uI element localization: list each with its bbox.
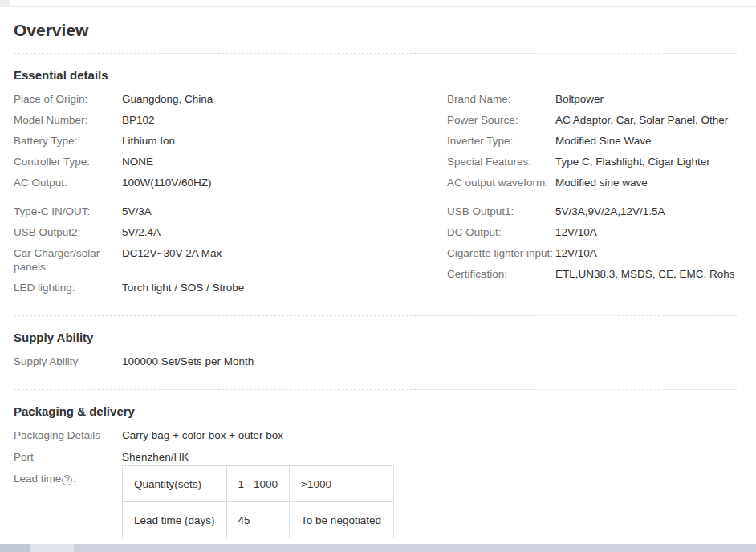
right-border <box>754 6 754 544</box>
field-value: Modified sine wave <box>555 176 737 189</box>
field-value: NONE <box>122 155 447 168</box>
details-column-right: Brand Name: Boltpower Power Source: AC A… <box>447 92 737 197</box>
lead-time-label-text: Lead time <box>14 473 61 485</box>
field-label: Special Features: <box>447 155 555 168</box>
field-label: Car Charger/solar panels: <box>14 246 122 274</box>
field-value: Boltpower <box>555 92 737 106</box>
field-label: Controller Type: <box>14 155 122 168</box>
detail-row: Battery Type: Lithium Ion <box>14 134 447 148</box>
detail-row: LED lighting: Torch light / SOS / Strobe <box>14 281 447 294</box>
field-value: Carry bag + color box + outer box <box>122 428 737 442</box>
packaging-delivery-heading: Packaging & delivery <box>14 404 737 419</box>
details-column-left: Type-C IN/OUT: 5V/3A USB Output2: 5V/2.4… <box>14 205 447 302</box>
field-label: USB Output1: <box>447 205 555 218</box>
field-value: Shenzhen/HK <box>122 450 737 464</box>
field-label: DC Output: <box>447 225 555 239</box>
divider <box>14 53 737 54</box>
field-label: Model Number: <box>14 113 122 127</box>
help-icon[interactable]: ? <box>62 475 72 485</box>
field-value: 5V/3A <box>122 205 447 218</box>
lead-time-row: Lead time?: Quantity(sets) 1 - 1000 >100… <box>14 472 737 538</box>
detail-row: Place of Origin: Guangdong, China <box>14 92 447 106</box>
scrollbar-thumb[interactable] <box>30 544 74 552</box>
field-value: 100W(110V/60HZ) <box>122 176 447 189</box>
field-label: AC output waveform: <box>447 176 555 189</box>
detail-row: Type-C IN/OUT: 5V/3A <box>14 205 447 218</box>
top-border <box>0 6 756 7</box>
lead-time-table: Quantity(sets) 1 - 1000 >1000 Lead time … <box>122 465 394 538</box>
field-value: Guangdong, China <box>122 92 447 106</box>
field-value: Lithium Ion <box>122 134 447 148</box>
details-column-right: USB Output1: 5V/3A,9V/2A,12V/1.5A DC Out… <box>447 205 737 302</box>
field-label: Place of Origin: <box>14 92 122 106</box>
field-value: AC Adaptor, Car, Solar Panel, Other <box>555 113 737 127</box>
lead-time-label: Lead time?: <box>14 472 122 485</box>
page-title: Overview <box>14 21 737 40</box>
field-label: Supply Ability <box>14 355 122 368</box>
field-label: AC Output: <box>14 176 122 189</box>
field-value: 5V/2.4A <box>122 225 447 239</box>
detail-row: Model Number: BP102 <box>14 113 447 127</box>
divider <box>14 389 737 390</box>
field-label: Port <box>14 450 122 464</box>
details-column-left: Place of Origin: Guangdong, China Model … <box>14 92 447 197</box>
field-label: Certification: <box>447 267 555 281</box>
detail-row: Brand Name: Boltpower <box>447 92 737 106</box>
table-cell: Lead time (days) <box>123 502 227 538</box>
field-value: 12V/10A <box>555 246 737 260</box>
field-value: DC12V~30V 2A Max <box>122 246 447 260</box>
table-cell: To be negotiated <box>290 502 394 538</box>
field-label: Cigarette lighter input: <box>447 246 555 260</box>
field-label: USB Output2: <box>14 225 122 239</box>
detail-row: Cigarette lighter input: 12V/10A <box>447 246 737 260</box>
supply-ability-row: Supply Ability 100000 Set/Sets per Month <box>14 355 737 368</box>
detail-row: Car Charger/solar panels: DC12V~30V 2A M… <box>14 246 447 274</box>
essential-details-group1: Place of Origin: Guangdong, China Model … <box>14 92 737 197</box>
table-header-cell: >1000 <box>290 466 394 502</box>
table-header-cell: Quantity(sets) <box>123 466 227 502</box>
essential-details-heading: Essential details <box>14 68 737 83</box>
field-value: 12V/10A <box>555 225 737 239</box>
supply-ability-heading: Supply Ability <box>14 331 737 345</box>
corner-block <box>0 0 10 6</box>
field-label: Brand Name: <box>447 92 555 106</box>
field-label: Power Source: <box>447 113 555 127</box>
detail-row: USB Output2: 5V/2.4A <box>14 225 447 239</box>
field-value: BP102 <box>122 113 447 127</box>
detail-row: Inverter Type: Modified Sine Wave <box>447 134 737 148</box>
detail-row: DC Output: 12V/10A <box>447 225 737 239</box>
field-label: Battery Type: <box>14 134 122 148</box>
table-row: Lead time (days) 45 To be negotiated <box>123 502 394 538</box>
detail-row: USB Output1: 5V/3A,9V/2A,12V/1.5A <box>447 205 737 218</box>
detail-row: AC Output: 100W(110V/60HZ) <box>14 176 447 189</box>
lead-time-colon: : <box>73 473 76 485</box>
content: Overview Essential details Place of Orig… <box>0 21 756 538</box>
field-label: Type-C IN/OUT: <box>14 205 122 218</box>
lead-time-table-wrap: Quantity(sets) 1 - 1000 >1000 Lead time … <box>122 472 737 538</box>
table-header-cell: 1 - 1000 <box>226 466 290 502</box>
field-value: 100000 Set/Sets per Month <box>122 355 737 368</box>
product-overview-page: Overview Essential details Place of Orig… <box>0 0 756 552</box>
packaging-details-row: Packaging Details Carry bag + color box … <box>14 428 737 442</box>
field-value: 5V/3A,9V/2A,12V/1.5A <box>555 205 737 218</box>
divider <box>14 315 737 316</box>
field-value: Modified Sine Wave <box>555 134 737 148</box>
essential-details-group2: Type-C IN/OUT: 5V/3A USB Output2: 5V/2.4… <box>14 205 737 302</box>
port-row: Port Shenzhen/HK <box>14 450 737 464</box>
field-value: ETL,UN38.3, MSDS, CE, EMC, Rohs <box>555 267 737 281</box>
field-label: LED lighting: <box>14 281 122 294</box>
detail-row: Power Source: AC Adaptor, Car, Solar Pan… <box>447 113 737 127</box>
detail-row: Certification: ETL,UN38.3, MSDS, CE, EMC… <box>447 267 737 281</box>
table-row: Quantity(sets) 1 - 1000 >1000 <box>123 466 394 502</box>
table-cell: 45 <box>226 502 290 538</box>
detail-row: AC output waveform: Modified sine wave <box>447 176 737 189</box>
field-label: Packaging Details <box>14 428 122 442</box>
field-label: Inverter Type: <box>447 134 555 148</box>
packaging-rows: Packaging Details Carry bag + color box … <box>14 428 737 538</box>
detail-row: Special Features: Type C, Flashlight, Ci… <box>447 155 737 168</box>
detail-row: Controller Type: NONE <box>14 155 447 168</box>
scrollbar-left-segment[interactable] <box>0 544 30 552</box>
field-value: Torch light / SOS / Strobe <box>122 281 447 294</box>
horizontal-scrollbar[interactable] <box>0 544 756 552</box>
field-value: Type C, Flashlight, Cigar Lighter <box>555 155 737 168</box>
